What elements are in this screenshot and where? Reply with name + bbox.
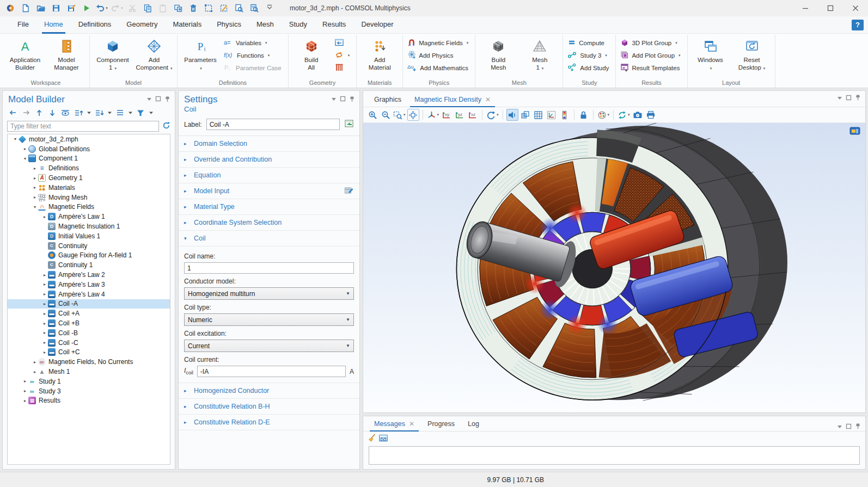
tree-node-coil-c[interactable]: ▸▬Coil -C bbox=[8, 338, 170, 348]
parameter-case-button[interactable]: PiParameter Case bbox=[222, 62, 285, 74]
tree-node-amp-re-s-law-3[interactable]: ▸▬Ampère's Law 3 bbox=[8, 280, 170, 289]
tree-filter-input[interactable] bbox=[7, 121, 159, 132]
panel-float-icon[interactable] bbox=[155, 96, 161, 103]
tree-expander-icon[interactable]: ▸ bbox=[41, 321, 48, 326]
tree-node-component-1[interactable]: ▾Component 1 bbox=[8, 154, 170, 164]
tree-expander-icon[interactable]: ▸ bbox=[32, 176, 38, 181]
goto-view-button[interactable]: ▾ bbox=[426, 109, 440, 121]
rotate-button[interactable]: ▾ bbox=[486, 109, 499, 121]
update-geometry-button[interactable]: ▾ bbox=[333, 50, 353, 61]
menu-physics[interactable]: Physics bbox=[209, 16, 249, 34]
menu-materials[interactable]: Materials bbox=[165, 16, 209, 34]
menu-mesh[interactable]: Mesh bbox=[249, 16, 282, 34]
tree-node-coil-a[interactable]: ▸▬Coil +A bbox=[8, 309, 170, 318]
open-button[interactable] bbox=[34, 2, 48, 15]
tree-expander-icon[interactable]: ▸ bbox=[32, 166, 38, 171]
move-down-button[interactable] bbox=[46, 107, 58, 118]
close-button[interactable] bbox=[843, 0, 868, 16]
delete-button[interactable] bbox=[186, 2, 200, 15]
chevron-down-button[interactable] bbox=[127, 107, 133, 118]
print-button[interactable] bbox=[645, 109, 657, 121]
tree-node-amp-re-s-law-4[interactable]: ▸▬Ampère's Law 4 bbox=[8, 289, 170, 299]
panel-menu-icon[interactable] bbox=[146, 96, 152, 103]
tree-node-amp-re-s-law-1[interactable]: ▸DAmpère's Law 1 bbox=[8, 212, 170, 221]
build-mesh-button[interactable]: BuildMesh bbox=[479, 36, 518, 72]
chevron-down-button[interactable] bbox=[85, 107, 92, 118]
nav-back-button[interactable] bbox=[7, 107, 19, 118]
coil-type-select[interactable]: Numeric ▼ bbox=[184, 313, 354, 326]
tree-expander-icon[interactable]: ▸ bbox=[41, 330, 48, 335]
menu-results[interactable]: Results bbox=[315, 16, 353, 34]
tree-node-definitions[interactable]: ▸≡Definitions bbox=[8, 163, 170, 173]
grid-on-button[interactable] bbox=[533, 109, 545, 121]
chevron-down-button[interactable] bbox=[148, 107, 154, 118]
section-override-and-contribution[interactable]: ▸Override and Contribution bbox=[179, 152, 359, 168]
tree-expander-icon[interactable]: ▸ bbox=[41, 350, 48, 355]
nav-forward-button[interactable] bbox=[20, 107, 32, 118]
coil-excitation-select[interactable]: Current ▼ bbox=[184, 340, 354, 352]
tree-node-moving-mesh[interactable]: ▸Moving Mesh bbox=[8, 193, 170, 202]
section-coil[interactable]: ▾ Coil bbox=[179, 231, 359, 246]
new-file-button[interactable] bbox=[19, 2, 33, 15]
redo-button[interactable]: ▾ bbox=[110, 2, 124, 15]
model-manager-button[interactable]: ModelManager bbox=[47, 36, 86, 72]
menu-study[interactable]: Study bbox=[282, 16, 315, 34]
lock-button[interactable] bbox=[578, 109, 590, 121]
tree-expander-icon[interactable]: ▾ bbox=[22, 156, 28, 161]
tree-expander-icon[interactable]: ▸ bbox=[41, 282, 48, 287]
section-model-input[interactable]: ▸Model Input bbox=[179, 183, 359, 199]
zoom-in-button[interactable] bbox=[366, 109, 378, 121]
tree-expander-icon[interactable]: ▸ bbox=[41, 311, 48, 316]
panel-pin-icon[interactable] bbox=[349, 96, 355, 104]
find-replace-button[interactable] bbox=[247, 2, 261, 15]
copy-button[interactable] bbox=[140, 2, 155, 15]
duplicate-button[interactable] bbox=[171, 2, 185, 15]
tree-node-geometry-1[interactable]: ▸AGeometry 1 bbox=[8, 173, 170, 183]
tree-node-study-3[interactable]: ▸∞Study 3 bbox=[8, 386, 170, 396]
add-mathematics-button[interactable]: ΔuAdd Mathematics bbox=[406, 62, 472, 74]
tree-expander-icon[interactable]: ▸ bbox=[41, 214, 48, 219]
zoom-extents-button[interactable] bbox=[407, 109, 419, 121]
expand-down-button[interactable] bbox=[93, 107, 105, 118]
view-yz-button[interactable]: yz bbox=[454, 109, 466, 121]
build-all-button[interactable]: BuildAll bbox=[292, 36, 331, 72]
axes-on-button[interactable] bbox=[546, 109, 558, 121]
parameters-button[interactable]: PiParameters ▾ bbox=[181, 36, 220, 73]
virtual-operations-button[interactable] bbox=[333, 62, 353, 74]
tree-expander-icon[interactable]: ▸ bbox=[32, 195, 38, 200]
maximize-button[interactable] bbox=[818, 0, 843, 16]
tab-magnetic-flux-density[interactable]: Magnetic Flux Density✕ bbox=[408, 93, 497, 107]
tree-node-magnetic-fields[interactable]: ▾∩Magnetic Fields bbox=[8, 202, 170, 212]
tab-log[interactable]: Log bbox=[461, 417, 486, 431]
move-up-button[interactable] bbox=[33, 107, 45, 118]
tree-expander-icon[interactable]: ▸ bbox=[32, 360, 38, 365]
windows-button[interactable]: Windows ▾ bbox=[691, 36, 730, 73]
show-button[interactable] bbox=[59, 107, 71, 118]
compute-button[interactable]: Compute bbox=[566, 37, 612, 49]
tree-node-magnetic-insulation-1[interactable]: DMagnetic Insulation 1 bbox=[8, 221, 170, 231]
run-button[interactable] bbox=[80, 2, 94, 15]
section-material-type[interactable]: ▸Material Type bbox=[179, 199, 359, 215]
undo-button[interactable]: ▾ bbox=[95, 2, 109, 15]
find-button[interactable] bbox=[232, 2, 246, 15]
section-domain-selection[interactable]: ▸Domain Selection bbox=[179, 136, 359, 152]
app-logo-button[interactable] bbox=[3, 2, 17, 15]
section-constitutive-relation-d-e[interactable]: ▸Constitutive Relation D-E bbox=[179, 415, 359, 430]
environment-button[interactable]: ▾ bbox=[597, 109, 610, 121]
panel-pin-icon[interactable] bbox=[855, 94, 861, 102]
menu-geometry[interactable]: Geometry bbox=[119, 16, 165, 34]
scene-light-button[interactable] bbox=[506, 109, 518, 121]
plot-thumbnail-icon[interactable] bbox=[849, 126, 861, 136]
tab-progress[interactable]: Progress bbox=[421, 417, 461, 431]
functions-button[interactable]: f(x)Functions▾ bbox=[222, 50, 285, 61]
zoom-box-button[interactable]: ▾ bbox=[393, 109, 406, 121]
save-as-button[interactable] bbox=[64, 2, 78, 15]
minimize-button[interactable] bbox=[793, 0, 818, 16]
help-button[interactable]: ? bbox=[852, 20, 864, 30]
tree-node-amp-re-s-law-2[interactable]: ▸▬Ampère's Law 2 bbox=[8, 270, 170, 280]
tree-expander-icon[interactable]: ▸ bbox=[41, 292, 48, 297]
view-xy-button[interactable]: xy bbox=[441, 109, 453, 121]
add-physics-button[interactable]: Add Physics bbox=[406, 50, 472, 61]
camera-button[interactable] bbox=[632, 109, 644, 121]
section-constitutive-relation-b-h[interactable]: ▸Constitutive Relation B-H bbox=[179, 399, 359, 415]
